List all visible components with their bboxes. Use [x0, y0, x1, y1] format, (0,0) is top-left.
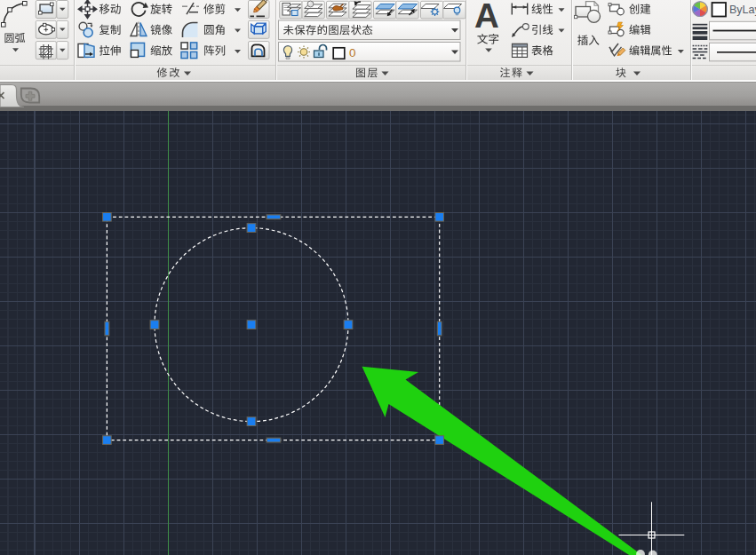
svg-text:0: 0: [349, 46, 356, 59]
svg-text:ByLaye: ByLaye: [729, 4, 756, 16]
svg-text:A: A: [474, 0, 499, 35]
